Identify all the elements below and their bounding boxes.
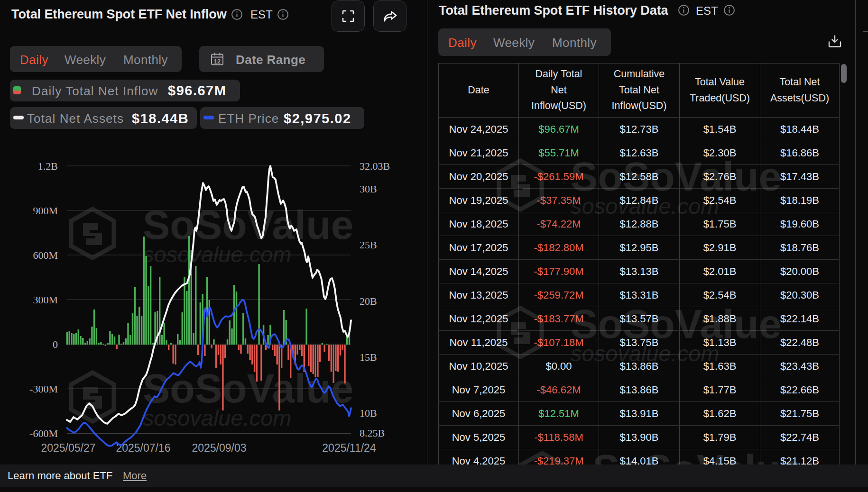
- svg-text:10B: 10B: [360, 407, 377, 419]
- svg-text:2025/05/27: 2025/05/27: [41, 442, 95, 454]
- svg-text:32.03B: 32.03B: [360, 160, 390, 172]
- svg-text:2025/09/03: 2025/09/03: [192, 442, 246, 454]
- svg-text:0: 0: [53, 338, 58, 350]
- svg-text:-300M: -300M: [29, 383, 58, 395]
- svg-text:900M: 900M: [33, 205, 58, 217]
- svg-text:30B: 30B: [360, 183, 377, 195]
- svg-text:12: 12: [214, 58, 221, 65]
- svg-text:sosovalue.com: sosovalue.com: [143, 242, 292, 267]
- svg-text:1.2B: 1.2B: [38, 160, 58, 172]
- svg-text:25B: 25B: [360, 239, 377, 251]
- svg-text:sosovalue.com: sosovalue.com: [143, 405, 292, 430]
- svg-text:8.25B: 8.25B: [360, 427, 385, 439]
- svg-text:15B: 15B: [360, 351, 377, 363]
- svg-text:-600M: -600M: [29, 428, 58, 439]
- svg-text:20B: 20B: [360, 295, 377, 307]
- svg-text:300M: 300M: [33, 294, 58, 306]
- svg-text:2025/11/24: 2025/11/24: [322, 442, 376, 454]
- svg-text:600M: 600M: [33, 249, 58, 261]
- svg-text:SoSoValue: SoSoValue: [143, 202, 354, 247]
